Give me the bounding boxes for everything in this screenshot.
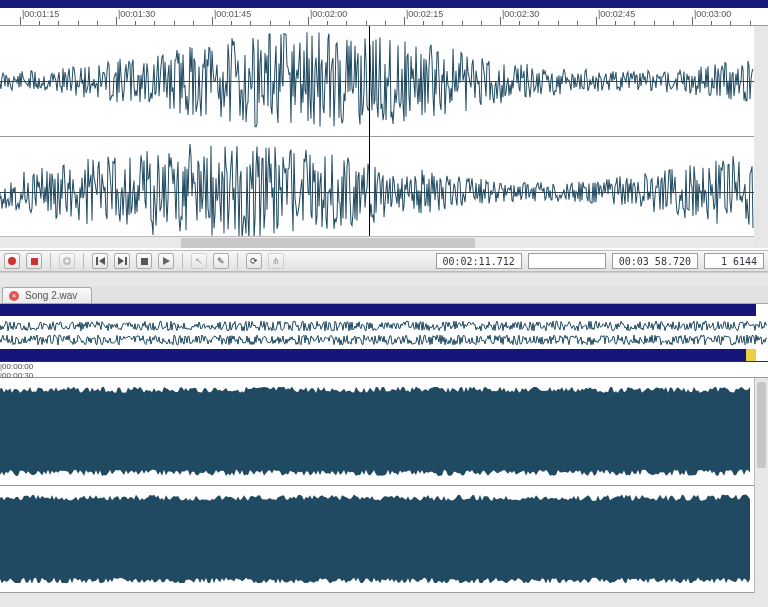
- lower-wave-area[interactable]: [0, 378, 768, 593]
- waveform-block-right: [0, 494, 750, 583]
- toolbar-separator: [50, 253, 51, 269]
- lower-vertical-scrollbar[interactable]: [754, 378, 768, 593]
- pane-divider[interactable]: [0, 272, 768, 286]
- file-tab-label: Song 2.wav: [25, 290, 77, 301]
- sample-count-display[interactable]: 1 6144: [704, 253, 764, 269]
- loop-icon: ⟳: [250, 257, 258, 266]
- pencil-tool-icon: ✎: [217, 257, 225, 266]
- upper-horizontal-scrollbar[interactable]: [0, 236, 754, 248]
- overview-nav-bottom[interactable]: [0, 349, 756, 361]
- skip-start-icon: [96, 257, 105, 265]
- record-button[interactable]: [4, 253, 20, 269]
- overview-nav-top[interactable]: [0, 304, 756, 316]
- stop-record-icon: [31, 258, 38, 265]
- upper-wave-area[interactable]: [0, 26, 768, 248]
- stop-icon: [141, 258, 148, 265]
- stop-button[interactable]: [136, 253, 152, 269]
- upper-scroll-thumb[interactable]: [181, 238, 475, 248]
- lower-time-ruler[interactable]: |00:00:00|00:00:30|00:01:00|00:01:30|00:…: [0, 362, 768, 378]
- pointer-tool-icon: ↖: [195, 257, 203, 266]
- skip-start-button[interactable]: [92, 253, 108, 269]
- toolbar-separator: [83, 253, 84, 269]
- lower-scroll-thumb[interactable]: [757, 382, 766, 468]
- transport-toolbar: ↖ ✎ ⟳ ⋔ 00:02:11.712 00:03 58.720 1 6144: [0, 250, 768, 272]
- selection-time-display[interactable]: [528, 253, 606, 269]
- snap-icon: ⋔: [272, 257, 280, 266]
- record-icon: [8, 257, 16, 265]
- stop-record-button[interactable]: [26, 253, 42, 269]
- loop-button[interactable]: ⟳: [246, 253, 262, 269]
- play-icon: [163, 257, 170, 265]
- playhead-cursor[interactable]: [369, 26, 370, 248]
- play-button[interactable]: [158, 253, 174, 269]
- skip-end-button[interactable]: [114, 253, 130, 269]
- upper-channel-right: [0, 137, 754, 248]
- waveform-block-left: [0, 387, 750, 476]
- cursor-time-display[interactable]: 00:02:11.712: [436, 253, 522, 269]
- toolbar-separator: [237, 253, 238, 269]
- snap-button[interactable]: ⋔: [268, 253, 284, 269]
- arm-icon: [63, 257, 71, 265]
- lower-channel-right: [0, 486, 768, 594]
- file-overview[interactable]: [0, 304, 768, 362]
- upper-channel-left: [0, 26, 754, 137]
- lower-wave-editor: × Song 2.wav |00:00:00|00:00:30|00:01:00…: [0, 286, 768, 593]
- lower-channel-left: [0, 378, 768, 486]
- end-time-display[interactable]: 00:03 58.720: [612, 253, 698, 269]
- upper-selection-bar: [0, 0, 768, 8]
- toolbar-separator: [182, 253, 183, 269]
- upper-wave-editor: |00:01:15|00:01:30|00:01:45|00:02:00|00:…: [0, 0, 768, 250]
- upper-time-ruler[interactable]: |00:01:15|00:01:30|00:01:45|00:02:00|00:…: [0, 8, 768, 26]
- arm-button[interactable]: [59, 253, 75, 269]
- skip-end-icon: [118, 257, 127, 265]
- waveform-right: [0, 137, 754, 247]
- file-tab-bar: × Song 2.wav: [0, 286, 768, 304]
- close-icon[interactable]: ×: [9, 291, 19, 301]
- file-tab[interactable]: × Song 2.wav: [2, 287, 92, 303]
- pencil-tool-button[interactable]: ✎: [213, 253, 229, 269]
- waveform-left: [0, 26, 754, 136]
- overview-waveform: [0, 316, 768, 350]
- pointer-tool-button[interactable]: ↖: [191, 253, 207, 269]
